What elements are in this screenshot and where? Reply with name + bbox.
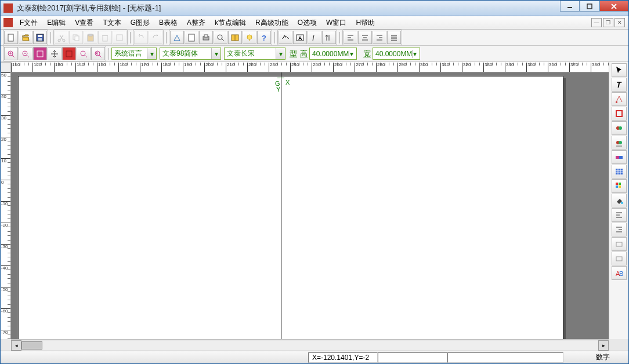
gradient-button[interactable] xyxy=(612,150,627,164)
ruler-corner[interactable] xyxy=(1,62,11,72)
redo-button[interactable] xyxy=(149,31,162,44)
tip-button[interactable] xyxy=(243,31,256,44)
toolbar-separator xyxy=(274,32,275,43)
status-cell-3 xyxy=(447,352,563,363)
flip-h-button[interactable] xyxy=(170,31,184,44)
save-button[interactable] xyxy=(33,31,47,44)
menu-help[interactable]: H帮助 xyxy=(351,16,379,30)
canvas-viewport[interactable]: G X Y xyxy=(11,72,609,339)
align-justify-button[interactable] xyxy=(387,31,401,44)
width-input[interactable]: 40.0000MM▾ xyxy=(373,48,420,60)
preview-button[interactable] xyxy=(214,31,227,44)
menu-text[interactable]: T文本 xyxy=(98,16,125,30)
menu-advanced[interactable]: R高级功能 xyxy=(251,16,293,30)
language-combo[interactable]: 系统语言 ▾ xyxy=(111,48,157,60)
delete-button[interactable] xyxy=(98,31,112,44)
toolbar-separator xyxy=(109,48,109,60)
scroll-right-button[interactable]: ▸ xyxy=(598,340,609,351)
path-text-button[interactable]: A xyxy=(279,31,292,44)
fill-tool-button[interactable] xyxy=(612,194,627,208)
svg-rect-56 xyxy=(66,51,72,57)
colortext-button[interactable]: AB xyxy=(612,266,627,280)
engrave-2-button[interactable] xyxy=(612,252,627,265)
svg-point-20 xyxy=(218,35,222,39)
zoom-in-button[interactable] xyxy=(4,47,18,60)
new-button[interactable] xyxy=(4,31,18,44)
menu-graphic[interactable]: G图形 xyxy=(126,16,154,30)
mdi-close-button[interactable]: ✕ xyxy=(614,18,625,27)
zoom-prev-button[interactable] xyxy=(91,47,105,60)
menu-file[interactable]: F文件 xyxy=(15,16,42,30)
chevron-down-icon: ▾ xyxy=(276,48,285,59)
align-center-button[interactable] xyxy=(358,31,372,44)
open-button[interactable] xyxy=(19,31,32,44)
table-tool-button[interactable] xyxy=(612,165,627,179)
svg-text:A: A xyxy=(298,35,302,41)
undo-button[interactable] xyxy=(134,31,148,44)
align-right-button[interactable] xyxy=(373,31,386,44)
clipart-2-button[interactable] xyxy=(612,136,627,150)
scrollbar-horizontal[interactable]: ◂ ▸ xyxy=(11,339,609,351)
font-style-combo[interactable]: 文泰长宋 ▾ xyxy=(224,48,285,60)
minimize-button[interactable] xyxy=(560,1,580,12)
zoom-fit-button[interactable] xyxy=(77,47,91,60)
para-left-button[interactable] xyxy=(612,208,627,222)
mdi-restore-button[interactable]: ❐ xyxy=(603,18,613,27)
menu-view[interactable]: V查看 xyxy=(70,16,98,30)
para-right-button[interactable] xyxy=(612,223,627,236)
pan-button[interactable] xyxy=(48,47,62,60)
svg-rect-63 xyxy=(616,111,622,117)
engrave-1-button[interactable] xyxy=(612,237,627,251)
text-tool-button[interactable]: T xyxy=(612,78,627,92)
node-tool-button[interactable] xyxy=(612,92,627,106)
maximize-button[interactable] xyxy=(580,1,599,12)
zoom-out-button[interactable] xyxy=(19,47,32,60)
svg-rect-16 xyxy=(117,35,122,41)
zoom-page-button[interactable] xyxy=(62,47,76,60)
font-type-button[interactable]: 型 xyxy=(290,49,297,59)
app-icon xyxy=(3,3,13,13)
color-grid-button[interactable] xyxy=(612,179,627,193)
menu-table[interactable]: B表格 xyxy=(154,16,182,30)
ruler-horizontal[interactable]: 1101201301401501601701801902002102202302… xyxy=(11,62,609,72)
scroll-track[interactable] xyxy=(21,341,598,350)
clipart-1-button[interactable] xyxy=(612,121,627,135)
shape-tool-button[interactable] xyxy=(612,107,627,121)
copy-button[interactable] xyxy=(69,31,83,44)
cut-button[interactable] xyxy=(55,31,68,44)
status-cell-2 xyxy=(378,352,447,363)
select-tool-button[interactable] xyxy=(612,63,627,77)
ruler-vertical[interactable]: 50403020100-10-20-30-40-50-60-70-80 xyxy=(1,72,11,339)
scroll-left-button[interactable]: ◂ xyxy=(11,340,21,351)
svg-line-47 xyxy=(12,55,15,57)
zoom-area-button[interactable] xyxy=(33,47,47,60)
print-button[interactable] xyxy=(199,31,213,44)
writing-mode-button[interactable] xyxy=(322,31,336,44)
help-button[interactable]: ? xyxy=(257,31,271,44)
font-family-combo[interactable]: 文泰98简体 ▾ xyxy=(160,48,221,60)
app-window: 文泰刻绘2017[刻字机专用刻绘] - [无标题-1] F文件 E编辑 V查看 … xyxy=(0,0,629,364)
menu-options[interactable]: O选项 xyxy=(293,16,321,30)
doc-icon xyxy=(3,18,13,27)
paste-button[interactable] xyxy=(84,31,97,44)
special-paste-button[interactable] xyxy=(113,31,126,44)
italic-button[interactable]: I xyxy=(308,31,321,44)
axis-y-label: Y xyxy=(276,86,280,93)
canvas-page[interactable]: G X Y xyxy=(18,76,563,339)
mdi-minimize-button[interactable]: — xyxy=(591,18,602,27)
text-frame-button[interactable]: A xyxy=(293,31,307,44)
scroll-thumb[interactable] xyxy=(21,341,42,350)
height-input[interactable]: 40.0000MM▾ xyxy=(309,48,357,60)
svg-rect-14 xyxy=(103,35,107,41)
menu-align[interactable]: A整齐 xyxy=(182,16,210,30)
toolbar-view-font: 系统语言 ▾ 文泰98简体 ▾ 文泰长宋 ▾ 型 高 40.0000MM▾ 宽 … xyxy=(1,46,628,62)
menu-node[interactable]: k节点编辑 xyxy=(210,16,251,30)
align-left-button[interactable] xyxy=(344,31,357,44)
close-button[interactable] xyxy=(599,1,628,12)
toolbar-standard: ? A A I xyxy=(1,30,628,46)
menu-edit[interactable]: E编辑 xyxy=(42,16,70,30)
layout-button[interactable] xyxy=(228,31,242,44)
menu-window[interactable]: W窗口 xyxy=(321,16,351,30)
page-setup-button[interactable] xyxy=(185,31,198,44)
svg-rect-71 xyxy=(616,169,623,174)
